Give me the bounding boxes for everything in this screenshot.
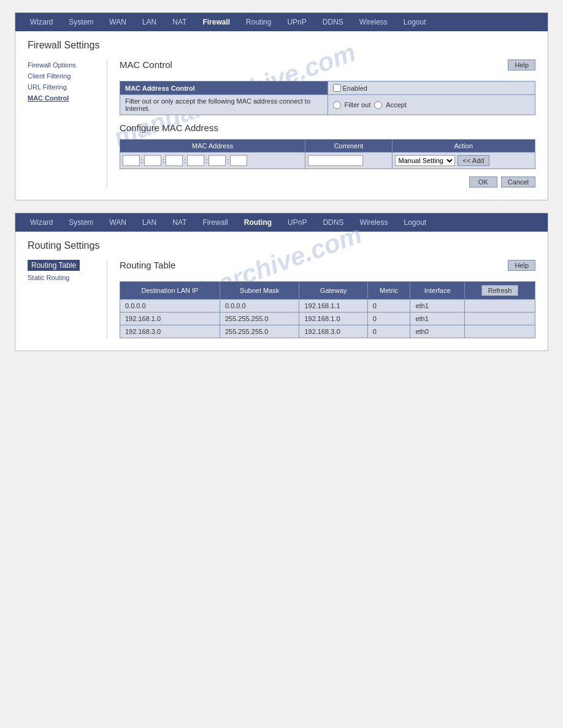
routing-nav-logout[interactable]: Logout (401, 217, 429, 228)
dest-1: 192.168.1.0 (120, 313, 220, 325)
dest-0: 0.0.0.0 (120, 300, 220, 313)
routing-nav-lan[interactable]: LAN (140, 217, 159, 228)
nav-system[interactable]: System (66, 17, 96, 28)
gateway-0: 192.168.1.1 (299, 300, 367, 313)
routing-help-button[interactable]: Help (508, 260, 535, 271)
routing-row-2: 192.168.3.0 255.255.255.0 192.168.3.0 0 … (120, 325, 535, 338)
action-select[interactable]: Manual Setting (395, 155, 455, 166)
mac-control-filter-text: Filter out or only accept the following … (120, 95, 328, 115)
mac-octet-5[interactable] (209, 155, 226, 166)
nav-nat[interactable]: NAT (170, 17, 189, 28)
sidebar-item-url-filtering[interactable]: URL Filtering (28, 82, 101, 93)
routing-nav-firewall[interactable]: Firewall (200, 217, 230, 228)
firewall-section-title: MAC Control (120, 59, 172, 70)
filter-out-label: Filter out (345, 101, 371, 108)
action-0 (465, 300, 535, 313)
mac-control-enabled-checkbox[interactable] (333, 84, 341, 92)
mac-octet-3[interactable] (166, 155, 183, 166)
cancel-button[interactable]: Cancel (501, 176, 535, 188)
filter-out-radio[interactable] (333, 101, 341, 109)
routing-section-title: Routing Table (120, 260, 175, 270)
mac-octet-2[interactable] (144, 155, 161, 166)
firewall-sidebar: Firewall Options Client Filtering URL Fi… (28, 59, 107, 188)
sidebar-item-firewall-options[interactable]: Firewall Options (28, 59, 101, 70)
nav-upnp[interactable]: UPnP (285, 17, 308, 28)
routing-row-1: 192.168.1.0 255.255.255.0 192.168.1.0 0 … (120, 313, 535, 325)
mask-2: 255.255.255.0 (220, 325, 299, 338)
nav-logout[interactable]: Logout (401, 17, 429, 28)
metric-1: 0 (367, 313, 410, 325)
subnet-mask-header: Subnet Mask (220, 282, 299, 300)
action-2 (465, 325, 535, 338)
accept-radio[interactable] (374, 101, 382, 109)
routing-nav-ddns[interactable]: DDNS (320, 217, 346, 228)
metric-2: 0 (367, 325, 410, 338)
metric-header: Metric (367, 282, 410, 300)
mac-octet-1[interactable] (123, 155, 140, 166)
nav-wan[interactable]: WAN (107, 17, 129, 28)
routing-page-title: Routing Settings (28, 240, 535, 254)
sidebar-item-static-routing[interactable]: Static Routing (28, 272, 101, 283)
dest-lan-ip-header: Destination LAN IP (120, 282, 220, 300)
interface-1: eth1 (410, 313, 465, 325)
routing-nav-system[interactable]: System (66, 217, 96, 228)
refresh-cell-header: Refresh (465, 282, 535, 300)
gateway-2: 192.168.3.0 (299, 325, 367, 338)
nav-lan[interactable]: LAN (140, 17, 159, 28)
action-col-header: Action (392, 140, 535, 153)
gateway-1: 192.168.1.0 (299, 313, 367, 325)
routing-content: Routing Table Help Destination LAN IP Su… (107, 260, 535, 338)
nav-firewall[interactable]: Firewall (200, 17, 232, 28)
routing-nav-wireless[interactable]: Wireless (357, 217, 390, 228)
add-button[interactable]: << Add (458, 155, 490, 166)
mac-control-enabled-cell: Enabled (327, 82, 535, 95)
sidebar-item-routing-table[interactable]: Routing Table (28, 260, 80, 271)
routing-table: Destination LAN IP Subnet Mask Gateway M… (120, 281, 535, 338)
configure-mac-title: Configure MAC Address (120, 123, 535, 133)
mask-1: 255.255.255.0 (220, 313, 299, 325)
interface-2: eth0 (410, 325, 465, 338)
mac-input-cell: : : : : : (120, 153, 305, 169)
firewall-content: MAC Control Help MAC Address Control Ena… (107, 59, 535, 188)
routing-nav-routing[interactable]: Routing (242, 217, 274, 228)
sidebar-item-mac-control[interactable]: MAC Control (28, 93, 101, 104)
routing-nav-bar: Wizard System WAN LAN NAT Firewall Routi… (15, 213, 548, 232)
firewall-page-title: Firewall Settings (28, 40, 535, 53)
mac-control-radio-cell: Filter out Accept (327, 95, 535, 115)
routing-sidebar: Routing Table Static Routing (28, 260, 107, 338)
mac-address-col-header: MAC Address (120, 140, 305, 153)
routing-nav-upnp[interactable]: UPnP (285, 217, 309, 228)
action-1 (465, 313, 535, 325)
routing-row-0: 0.0.0.0 0.0.0.0 192.168.1.1 0 eth1 (120, 300, 535, 313)
mac-octet-6[interactable] (230, 155, 247, 166)
firewall-nav-bar: Wizard System WAN LAN NAT Firewall Routi… (15, 13, 548, 31)
mac-entry-row: : : : : : (120, 153, 535, 169)
interface-0: eth1 (410, 300, 465, 313)
comment-input[interactable] (308, 155, 363, 166)
gateway-header: Gateway (299, 282, 367, 300)
metric-0: 0 (367, 300, 410, 313)
mac-control-enabled-label: Enabled (343, 85, 367, 92)
nav-routing[interactable]: Routing (243, 17, 274, 28)
routing-nav-wan[interactable]: WAN (107, 217, 129, 228)
nav-ddns[interactable]: DDNS (320, 17, 346, 28)
comment-cell (305, 153, 392, 169)
nav-wireless[interactable]: Wireless (357, 17, 390, 28)
firewall-button-row: OK Cancel (120, 176, 535, 188)
routing-nav-nat[interactable]: NAT (170, 217, 189, 228)
sidebar-item-client-filtering[interactable]: Client Filtering (28, 70, 101, 82)
mask-0: 0.0.0.0 (220, 300, 299, 313)
action-cell: Manual Setting << Add (392, 153, 535, 169)
interface-header: Interface (410, 282, 465, 300)
configure-mac-table: MAC Address Comment Action : (120, 139, 535, 169)
dest-2: 192.168.3.0 (120, 325, 220, 338)
nav-wizard[interactable]: Wizard (28, 17, 55, 28)
ok-button[interactable]: OK (469, 176, 497, 188)
refresh-button[interactable]: Refresh (481, 285, 519, 296)
mac-octet-4[interactable] (187, 155, 204, 166)
accept-label: Accept (386, 101, 407, 108)
firewall-help-button[interactable]: Help (508, 59, 535, 70)
comment-col-header: Comment (305, 140, 392, 153)
mac-address-control-table: MAC Address Control Enabled Filter out o… (120, 81, 535, 115)
routing-nav-wizard[interactable]: Wizard (28, 217, 55, 228)
